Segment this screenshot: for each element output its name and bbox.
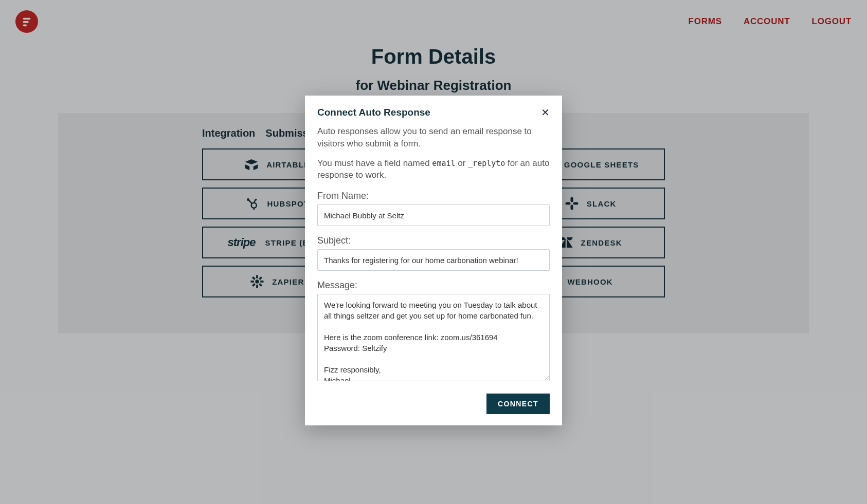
code-replyto: _replyto bbox=[468, 159, 505, 168]
from-name-input[interactable] bbox=[317, 204, 550, 226]
modal-description-1: Auto responses allow you to send an emai… bbox=[317, 125, 550, 150]
modal-title: Connect Auto Response bbox=[317, 107, 430, 118]
subject-label: Subject: bbox=[317, 235, 550, 246]
from-name-label: From Name: bbox=[317, 191, 550, 201]
close-icon[interactable]: ✕ bbox=[541, 107, 550, 118]
connect-button[interactable]: CONNECT bbox=[486, 394, 550, 414]
message-textarea[interactable] bbox=[317, 294, 550, 381]
modal-description-2: You must have a field named email or _re… bbox=[317, 157, 550, 182]
modal-actions: CONNECT bbox=[317, 394, 550, 414]
subject-input[interactable] bbox=[317, 249, 550, 271]
code-email: email bbox=[432, 159, 455, 168]
message-label: Message: bbox=[317, 280, 550, 291]
connect-auto-response-modal: Connect Auto Response ✕ Auto responses a… bbox=[305, 96, 562, 425]
modal-header: Connect Auto Response ✕ bbox=[317, 107, 550, 118]
